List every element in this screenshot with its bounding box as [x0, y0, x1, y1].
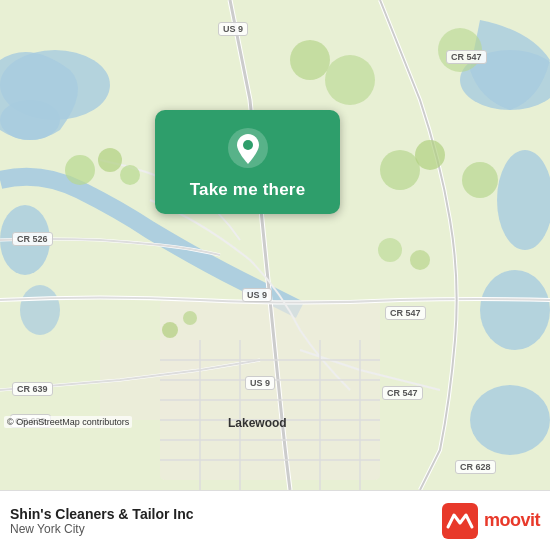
road-label-us9-top: US 9 [218, 22, 248, 36]
road-label-us9-mid: US 9 [242, 288, 272, 302]
svg-point-25 [415, 140, 445, 170]
bottom-bar: Shin's Cleaners & Tailor Inc New York Ci… [0, 490, 550, 550]
svg-point-27 [325, 55, 375, 105]
moovit-logo[interactable]: moovit [442, 503, 540, 539]
svg-point-23 [120, 165, 140, 185]
svg-point-22 [98, 148, 122, 172]
business-info: Shin's Cleaners & Tailor Inc New York Ci… [10, 506, 194, 536]
road-label-cr547-mid: CR 547 [385, 306, 426, 320]
business-location: New York City [10, 522, 194, 536]
svg-point-8 [20, 285, 60, 335]
location-pin-icon [226, 126, 270, 170]
svg-point-32 [378, 238, 402, 262]
road-label-cr628: CR 628 [455, 460, 496, 474]
svg-point-21 [65, 155, 95, 185]
road-label-cr547-top: CR 547 [446, 50, 487, 64]
svg-point-5 [480, 270, 550, 350]
take-me-there-label: Take me there [190, 180, 306, 200]
svg-point-26 [462, 162, 498, 198]
svg-point-30 [162, 322, 178, 338]
svg-point-31 [183, 311, 197, 325]
moovit-icon [442, 503, 478, 539]
svg-point-6 [470, 385, 550, 455]
map-attribution: © OpenStreetMap contributors [4, 416, 132, 428]
road-label-cr526: CR 526 [12, 232, 53, 246]
svg-point-33 [410, 250, 430, 270]
svg-point-24 [380, 150, 420, 190]
take-me-there-button[interactable]: Take me there [155, 110, 340, 214]
road-label-cr639-1: CR 639 [12, 382, 53, 396]
road-label-us9-btm: US 9 [245, 376, 275, 390]
map-container: US 9 CR 547 CR 526 US 9 CR 547 CR 639 CR… [0, 0, 550, 490]
business-name: Shin's Cleaners & Tailor Inc [10, 506, 194, 522]
svg-point-28 [290, 40, 330, 80]
road-label-cr547-btm: CR 547 [382, 386, 423, 400]
svg-point-35 [243, 140, 253, 150]
moovit-text: moovit [484, 510, 540, 531]
lakewood-label: Lakewood [228, 416, 287, 430]
